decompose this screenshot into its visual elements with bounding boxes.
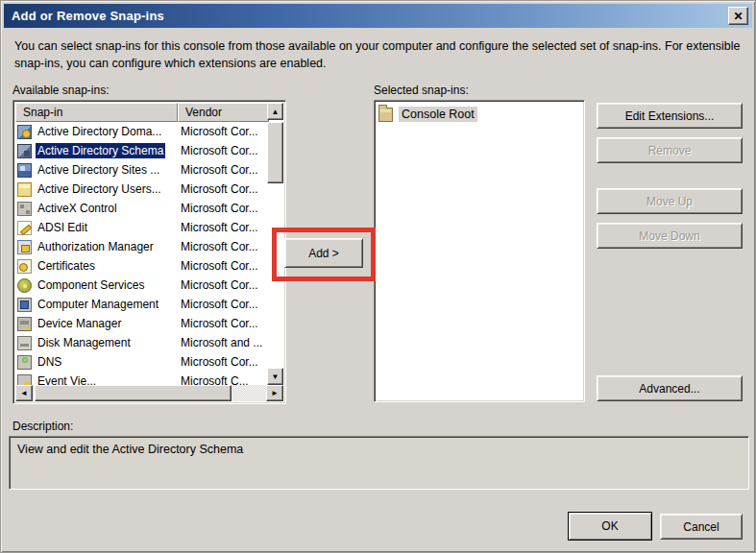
console-root-label: Console Root (399, 107, 477, 122)
snapin-row[interactable]: Active Directory Doma... Microsoft Cor..… (15, 122, 267, 141)
dns-icon (17, 355, 32, 370)
snapin-row[interactable]: Authorization Manager Microsoft Cor... (15, 237, 267, 256)
dialog-intro-text: You can select snap-ins for this console… (14, 37, 743, 72)
snapin-vendor: Microsoft Cor... (181, 125, 258, 138)
snapin-name: Active Directory Sites ... (36, 162, 178, 178)
selected-snapins-list[interactable]: Console Root (374, 100, 585, 402)
description-label: Description: (12, 420, 73, 433)
certificates-icon (17, 259, 32, 274)
folder-icon (378, 108, 393, 122)
add-remove-snapins-dialog: Add or Remove Snap-ins ✕ You can select … (0, 0, 756, 553)
ad-schema-icon (17, 144, 32, 158)
console-root-item[interactable]: Console Root (378, 107, 580, 122)
column-header-snapin[interactable]: Snap-in (15, 103, 178, 122)
snapin-vendor: Microsoft Cor... (181, 240, 258, 253)
snapin-vendor: Microsoft Cor... (181, 298, 258, 311)
snapin-row[interactable]: DNS Microsoft Cor... (15, 352, 267, 372)
snapin-name: Active Directory Schema (36, 143, 165, 158)
component-services-icon (17, 278, 32, 293)
snapin-vendor: Microsoft Cor... (181, 182, 258, 196)
snapin-row[interactable]: Certificates Microsoft Cor... (15, 256, 267, 276)
close-icon[interactable]: ✕ (728, 7, 748, 25)
move-down-button[interactable]: Move Down (597, 223, 743, 249)
available-snapins-label: Available snap-ins: (12, 84, 110, 97)
ad-sites-icon (17, 163, 32, 178)
snapin-vendor: Microsoft Cor... (181, 317, 258, 330)
adsi-edit-icon (17, 221, 32, 235)
snapin-name: ActiveX Control (36, 201, 178, 216)
snapin-vendor: Microsoft Cor... (181, 221, 258, 234)
snapin-row[interactable]: Active Directory Schema Microsoft Cor... (15, 141, 267, 160)
snapin-vendor: Microsoft Cor... (181, 259, 258, 273)
available-list-rows: Active Directory Doma... Microsoft Cor..… (15, 122, 267, 401)
description-box: View and edit the Active Directory Schem… (9, 436, 749, 490)
title-bar: Add or Remove Snap-ins ✕ (4, 4, 752, 28)
scroll-down-icon[interactable]: ▼ (267, 368, 283, 385)
move-up-button[interactable]: Move Up (597, 188, 743, 214)
snapin-row[interactable]: Disk Management Microsoft and ... (15, 333, 267, 352)
snapin-name: ADSI Edit (36, 220, 178, 235)
snapin-vendor: Microsoft Cor... (181, 163, 258, 177)
cancel-button[interactable]: Cancel (660, 514, 743, 540)
snapin-row[interactable]: Computer Management Microsoft Cor... (15, 295, 267, 314)
snapin-row[interactable]: Device Manager Microsoft Cor... (15, 314, 267, 333)
snapin-vendor: Microsoft Cor... (181, 355, 258, 369)
snapin-name: Disk Management (36, 335, 178, 350)
ok-button[interactable]: OK (568, 512, 652, 541)
snapin-name: Computer Management (36, 297, 178, 312)
snapin-name: Component Services (36, 277, 178, 293)
device-manager-icon (17, 317, 32, 331)
vertical-scroll-thumb[interactable] (267, 122, 283, 183)
remove-button[interactable]: Remove (597, 137, 743, 163)
ad-domains-icon (17, 125, 32, 139)
add-button[interactable]: Add > (284, 238, 363, 268)
snapin-name: Device Manager (36, 316, 178, 331)
disk-management-icon (17, 336, 32, 350)
snapin-vendor: Microsoft Cor... (181, 278, 258, 292)
snapin-row[interactable]: ADSI Edit Microsoft Cor... (15, 218, 267, 237)
snapin-name: DNS (36, 354, 178, 370)
snapin-row[interactable]: Active Directory Sites ... Microsoft Cor… (15, 160, 267, 180)
advanced-button[interactable]: Advanced... (597, 375, 743, 401)
snapin-row[interactable]: ActiveX Control Microsoft Cor... (15, 199, 267, 218)
snapin-name: Active Directory Users... (36, 181, 178, 197)
computer-management-icon (17, 298, 32, 312)
snapin-vendor: Microsoft and ... (181, 336, 262, 349)
snapin-vendor: Microsoft Cor... (181, 144, 258, 157)
snapin-name: Certificates (36, 258, 178, 274)
ad-users-icon (17, 182, 32, 197)
scroll-left-icon[interactable]: ◄ (15, 385, 33, 401)
snapin-name: Active Directory Doma... (36, 124, 178, 139)
scroll-up-icon[interactable]: ▲ (267, 103, 283, 120)
available-snapins-list: Snap-in Vendor Active Directory Doma... … (12, 100, 286, 404)
list-header: Snap-in Vendor (15, 103, 283, 122)
authorization-manager-icon (17, 240, 32, 254)
scroll-right-icon[interactable]: ► (266, 385, 283, 401)
dialog-title: Add or Remove Snap-ins (12, 9, 164, 23)
snapin-row[interactable]: Component Services Microsoft Cor... (15, 276, 267, 295)
snapin-name: Authorization Manager (36, 239, 178, 254)
selected-snapins-label: Selected snap-ins: (374, 84, 469, 97)
column-header-vendor[interactable]: Vendor (178, 103, 269, 122)
horizontal-scroll-thumb[interactable] (35, 385, 232, 401)
snapin-row[interactable]: Active Directory Users... Microsoft Cor.… (15, 180, 267, 199)
activex-icon (17, 202, 32, 216)
edit-extensions-button[interactable]: Edit Extensions... (597, 103, 743, 129)
snapin-vendor: Microsoft Cor... (181, 202, 258, 215)
horizontal-scrollbar[interactable]: ◄ ► (15, 385, 283, 401)
